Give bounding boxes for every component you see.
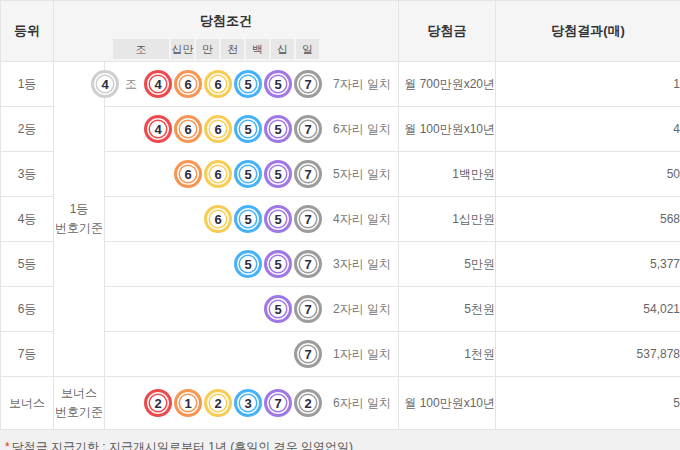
number-ball-sip: 5 xyxy=(264,250,292,278)
number-ball-il: 7 xyxy=(294,115,322,143)
number-ball-il: 7 xyxy=(294,205,322,233)
rank-cell: 6등 xyxy=(1,287,54,332)
prize-results-table: 등위 당첨조건 조십만만천백십일 당첨금 당첨결과(매) 1등1등번호기준4조4… xyxy=(0,0,680,430)
bonus-row: 보너스보너스번호기준2123726자리 일치월 100만원x10년5 xyxy=(1,377,680,430)
first-prize-basis-cell: 1등번호기준 xyxy=(54,62,105,377)
condition-cell: 65574자리 일치 xyxy=(105,197,399,242)
match-condition-label: 6자리 일치 xyxy=(333,121,395,138)
match-condition-label: 7자리 일치 xyxy=(333,76,395,93)
winner-count-cell: 54,021 xyxy=(496,287,680,332)
number-ball-cheon: 6 xyxy=(204,115,232,143)
match-condition-label: 5자리 일치 xyxy=(333,166,395,183)
digit-place-label: 일 xyxy=(296,39,319,59)
digit-place-label: 십만 xyxy=(171,39,194,59)
number-ball-baek: 5 xyxy=(234,70,262,98)
number-ball-baek: 5 xyxy=(234,115,262,143)
condition-cell: 4조4665577자리 일치 xyxy=(105,62,399,107)
number-ball-jo: 4 xyxy=(91,70,119,98)
number-ball-cheon: 6 xyxy=(204,160,232,188)
prize-amount-cell: 5만원 xyxy=(399,242,496,287)
condition-title: 당첨조건 xyxy=(54,3,398,39)
winner-count-cell: 5,377 xyxy=(496,242,680,287)
number-ball-baek: 3 xyxy=(234,389,262,417)
column-header-result: 당첨결과(매) xyxy=(496,1,680,62)
number-ball-sip: 7 xyxy=(264,389,292,417)
bonus-basis-cell: 보너스번호기준 xyxy=(54,377,105,430)
number-ball-man: 6 xyxy=(174,160,202,188)
payment-deadline-footnote: *당첨금 지급기한 : 지급개시일로부터 1년 (휴일인 경우 익영업일) xyxy=(5,439,680,450)
number-ball-cheon: 6 xyxy=(204,70,232,98)
winner-count-cell: 50 xyxy=(496,152,680,197)
number-ball-il: 7 xyxy=(294,70,322,98)
winning-number-balls: 66557 xyxy=(174,160,322,188)
digit-place-label: 조 xyxy=(113,39,169,59)
digit-place-label: 십 xyxy=(271,39,294,59)
prize-amount-cell: 월 700만원x20년 xyxy=(399,62,496,107)
number-ball-il: 7 xyxy=(294,160,322,188)
winning-number-balls: 212372 xyxy=(144,389,322,417)
winner-count-cell: 568 xyxy=(496,197,680,242)
number-ball-sip: 5 xyxy=(264,295,292,323)
match-condition-label: 4자리 일치 xyxy=(333,211,395,228)
jo-unit-label: 조 xyxy=(125,76,137,93)
asterisk-mark: * xyxy=(5,440,10,450)
number-ball-sip: 5 xyxy=(264,70,292,98)
group-label-line: 번호기준 xyxy=(54,219,104,238)
rank-cell: 7등 xyxy=(1,332,54,377)
match-condition-label: 1자리 일치 xyxy=(333,346,395,363)
winning-number-balls: 557 xyxy=(234,250,322,278)
rank-cell: 보너스 xyxy=(1,377,54,430)
footnote-text: 당첨금 지급기한 : 지급개시일로부터 1년 (휴일인 경우 익영업일) xyxy=(12,440,353,450)
match-condition-label: 2자리 일치 xyxy=(333,301,395,318)
group-label-line: 번호기준 xyxy=(54,403,104,422)
column-header-prize: 당첨금 xyxy=(399,1,496,62)
prize-amount-cell: 1십만원 xyxy=(399,197,496,242)
digit-place-label: 만 xyxy=(196,39,219,59)
digit-place-strip: 조십만만천백십일 xyxy=(113,39,398,59)
number-ball-man: 6 xyxy=(174,115,202,143)
prize-amount-cell: 1백만원 xyxy=(399,152,496,197)
rank-cell: 5등 xyxy=(1,242,54,287)
match-condition-label: 3자리 일치 xyxy=(333,256,395,273)
winning-number-balls: 57 xyxy=(264,295,322,323)
condition-cell: 2123726자리 일치 xyxy=(105,377,399,430)
prize-row: 1등1등번호기준4조4665577자리 일치월 700만원x20년1 xyxy=(1,62,680,107)
number-ball-sip: 5 xyxy=(264,160,292,188)
prize-amount-cell: 1천원 xyxy=(399,332,496,377)
number-ball-il: 7 xyxy=(294,295,322,323)
table-body: 등위 당첨조건 조십만만천백십일 당첨금 당첨결과(매) 1등1등번호기준4조4… xyxy=(1,1,680,430)
condition-cell: 4665576자리 일치 xyxy=(105,107,399,152)
prize-amount-cell: 월 100만원x10년 xyxy=(399,377,496,430)
group-label-line: 보너스 xyxy=(54,384,104,403)
winner-count-cell: 4 xyxy=(496,107,680,152)
winning-number-balls: 4조466557 xyxy=(91,70,322,98)
winning-number-balls: 466557 xyxy=(144,115,322,143)
number-ball-man: 1 xyxy=(174,389,202,417)
number-ball-sibman: 2 xyxy=(144,389,172,417)
winner-count-cell: 1 xyxy=(496,62,680,107)
number-ball-sibman: 4 xyxy=(144,70,172,98)
rank-cell: 3등 xyxy=(1,152,54,197)
number-ball-man: 6 xyxy=(174,70,202,98)
condition-cell: 5573자리 일치 xyxy=(105,242,399,287)
prize-amount-cell: 월 100만원x10년 xyxy=(399,107,496,152)
number-ball-baek: 5 xyxy=(234,160,262,188)
number-ball-il: 7 xyxy=(294,250,322,278)
condition-cell: 71자리 일치 xyxy=(105,332,399,377)
winning-number-balls: 7 xyxy=(294,340,322,368)
number-ball-baek: 5 xyxy=(234,205,262,233)
number-ball-baek: 5 xyxy=(234,250,262,278)
number-ball-sip: 5 xyxy=(264,205,292,233)
condition-cell: 572자리 일치 xyxy=(105,287,399,332)
number-ball-sibman: 4 xyxy=(144,115,172,143)
number-ball-il: 7 xyxy=(294,340,322,368)
winning-number-balls: 6557 xyxy=(204,205,322,233)
prize-amount-cell: 5천원 xyxy=(399,287,496,332)
table-header-row: 등위 당첨조건 조십만만천백십일 당첨금 당첨결과(매) xyxy=(1,1,680,62)
match-condition-label: 6자리 일치 xyxy=(333,395,395,412)
condition-cell: 665575자리 일치 xyxy=(105,152,399,197)
number-ball-cheon: 6 xyxy=(204,205,232,233)
winner-count-cell: 5 xyxy=(496,377,680,430)
rank-cell: 1등 xyxy=(1,62,54,107)
rank-cell: 4등 xyxy=(1,197,54,242)
